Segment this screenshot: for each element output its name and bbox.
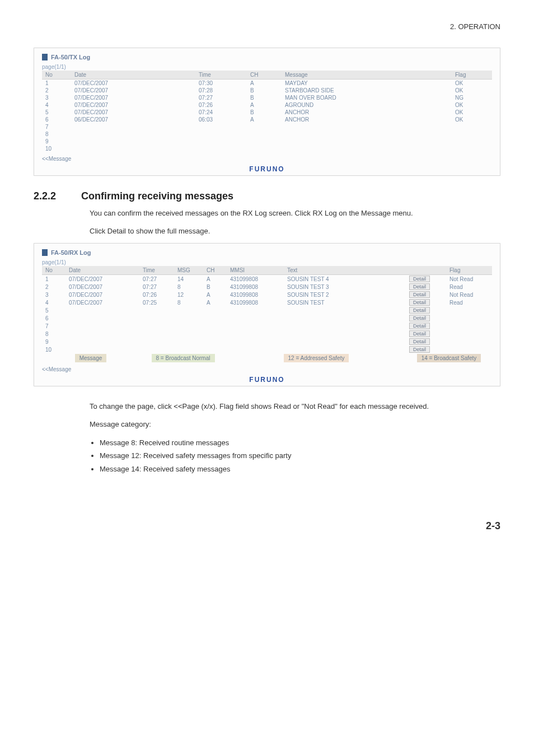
cell-flag: OK: [452, 109, 492, 116]
cell-no: 9: [42, 338, 65, 346]
cell-text: SOUSIN TEST: [284, 298, 406, 306]
detail-button[interactable]: Detail: [409, 346, 430, 353]
cell-msg: AGROUND: [282, 101, 452, 109]
rx-page-indicator: page(1/1): [42, 259, 492, 265]
detail-button[interactable]: Detail: [409, 315, 430, 321]
cell-date: [65, 314, 139, 322]
cell-mmsi: [227, 330, 284, 338]
section-p2: Click Detail to show the full message.: [90, 226, 500, 237]
cell-msg: [282, 138, 452, 145]
tx-page-indicator: page(1/1): [42, 64, 492, 70]
cell-detail: Detail: [406, 283, 446, 291]
col-no: No: [42, 71, 71, 80]
cell-ch: [247, 138, 282, 145]
col-time: Time: [195, 71, 247, 80]
cell-time: 07:24: [195, 109, 247, 116]
detail-button[interactable]: Detail: [409, 276, 430, 282]
rx-log-panel: FA-50/RX Log page(1/1) No Date Time MSG …: [34, 243, 500, 386]
cell-no: 8: [42, 130, 71, 138]
cell-date: 07/DEC/2007: [71, 87, 195, 94]
cell-date: [65, 346, 139, 353]
cell-ch: A: [203, 291, 227, 298]
col-flag: Flag: [446, 266, 492, 275]
detail-button[interactable]: Detail: [409, 299, 430, 306]
cell-msg: [282, 145, 452, 152]
cell-mmsi: [227, 306, 284, 314]
col-time: Time: [139, 266, 174, 275]
detail-button[interactable]: Detail: [409, 283, 430, 290]
cell-msg: [282, 123, 452, 130]
tx-log-title: FA-50/TX Log: [42, 54, 492, 60]
table-row: 606/DEC/200706:03AANCHOROK: [42, 116, 492, 123]
table-row: 5Detail: [42, 306, 492, 314]
cell-mmsi: 431099808: [227, 298, 284, 306]
page-number: 2-3: [34, 520, 500, 532]
cell-ch: [247, 123, 282, 130]
cell-msg: MAN OVER BOARD: [282, 94, 452, 101]
cell-date: [71, 123, 195, 130]
cell-flag: [446, 330, 492, 338]
cat-msg: Message: [75, 354, 107, 362]
col-detail: [406, 266, 446, 275]
rx-log-table: No Date Time MSG CH MMSI Text Flag 107/D…: [42, 266, 492, 363]
cell-msg: ANCHOR: [282, 116, 452, 123]
cell-date: [65, 306, 139, 314]
cell-no: 8: [42, 330, 65, 338]
bullet-2: Message 12: Received safety messages fro…: [100, 449, 500, 462]
table-row: 10: [42, 145, 492, 152]
table-row: 507/DEC/200707:24BANCHOROK: [42, 109, 492, 116]
col-flag: Flag: [452, 71, 492, 80]
cell-time: [139, 338, 174, 346]
table-row: 207/DEC/200707:28BSTARBOARD SIDEOK: [42, 87, 492, 94]
cell-msg: [282, 130, 452, 138]
cell-no: 10: [42, 145, 71, 152]
detail-button[interactable]: Detail: [409, 338, 430, 345]
col-mmsi: MMSI: [227, 266, 284, 275]
cell-mmsi: [227, 346, 284, 353]
rx-back-link[interactable]: <<Message: [42, 366, 71, 372]
chapter-header: 2. OPERATION: [34, 22, 500, 31]
cell-flag: [452, 123, 492, 130]
table-row: 10Detail: [42, 346, 492, 353]
cell-msg: [174, 322, 203, 330]
cell-ch: A: [203, 275, 227, 283]
cell-flag: [452, 145, 492, 152]
bullet-1: Message 8: Received routine messages: [100, 436, 500, 449]
col-ch: CH: [247, 71, 282, 80]
tx-log-title-text: FA-50/TX Log: [51, 54, 90, 60]
cell-text: SOUSIN TEST 4: [284, 275, 406, 283]
col-msg: MSG: [174, 266, 203, 275]
cell-detail: Detail: [406, 330, 446, 338]
cell-ch: B: [247, 94, 282, 101]
cell-detail: Detail: [406, 291, 446, 298]
cell-flag: [452, 138, 492, 145]
cell-no: 9: [42, 138, 71, 145]
cell-no: 6: [42, 314, 65, 322]
detail-button[interactable]: Detail: [409, 307, 430, 314]
cat-12: 12 = Addressed Safety: [284, 354, 349, 362]
cell-detail: Detail: [406, 314, 446, 322]
cell-flag: Not Read: [446, 291, 492, 298]
cell-ch: B: [203, 283, 227, 291]
detail-button[interactable]: Detail: [409, 291, 430, 298]
cell-no: 1: [42, 275, 65, 283]
cell-time: 07:27: [139, 283, 174, 291]
cell-ch: A: [203, 298, 227, 306]
cell-ch: [203, 330, 227, 338]
cell-time: [139, 306, 174, 314]
tx-back-link[interactable]: <<Message: [42, 156, 71, 162]
cell-date: 07/DEC/2007: [71, 80, 195, 87]
category-list: Message 8: Received routine messages Mes…: [90, 436, 500, 475]
bullet-3: Message 14: Received safety messages: [100, 463, 500, 475]
cell-mmsi: 431099808: [227, 291, 284, 298]
cell-text: [284, 306, 406, 314]
section-title: Confirming receiving messages: [81, 190, 233, 202]
detail-button[interactable]: Detail: [409, 330, 430, 337]
cell-no: 3: [42, 94, 71, 101]
cell-date: [71, 130, 195, 138]
detail-button[interactable]: Detail: [409, 323, 430, 329]
col-date: Date: [71, 71, 195, 80]
cell-msg: [174, 330, 203, 338]
cell-time: 07:28: [195, 87, 247, 94]
table-row: 207/DEC/200707:278B431099808SOUSIN TEST …: [42, 283, 492, 291]
